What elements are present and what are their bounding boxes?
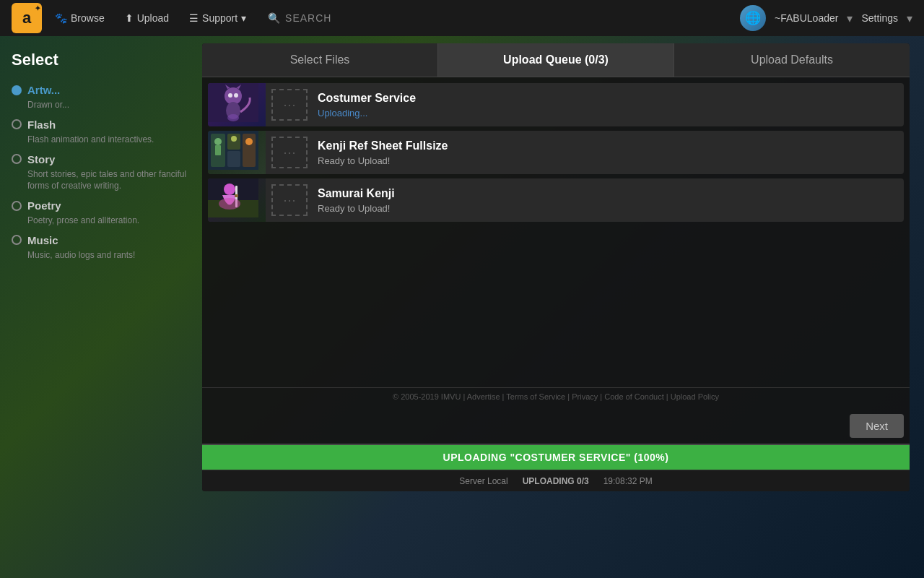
status-uploading-count: UPLOADING 0/3: [523, 476, 589, 486]
footer-links-area: © 2005-2019 IMVU | Advertise | Terms of …: [202, 387, 910, 408]
browse-label: Browse: [71, 12, 105, 24]
queue-thumb-2: [208, 131, 266, 174]
option-flash-label: Flash: [27, 118, 56, 131]
thumb-placeholder-2: ⋯: [271, 137, 308, 168]
support-dropdown-icon: ▾: [241, 12, 246, 24]
svg-point-22: [219, 198, 240, 210]
queue-item-1: ⋯ Costumer Service Uploading...: [208, 83, 904, 126]
option-story-desc: Short stories, epic tales and other fanc…: [12, 168, 191, 193]
queue-status-3: Ready to Upload!: [318, 203, 894, 214]
navbar: a 🐾 Browse ⬆ Upload ☰ Support ▾ 🔍 SEARCH…: [0, 0, 924, 36]
progress-bar: UPLOADING "COSTUMER SERVICE" (100%): [202, 445, 910, 470]
settings-label[interactable]: Settings: [861, 12, 898, 24]
svg-point-7: [227, 114, 239, 121]
queue-info-1: Costumer Service Uploading...: [308, 85, 904, 126]
upload-nav[interactable]: ⬆ Upload: [118, 8, 176, 28]
sidebar-option-artwork[interactable]: Artw... Drawn or...: [12, 84, 191, 111]
svg-point-16: [245, 138, 253, 145]
option-music-desc: Music, audio logs and rants!: [12, 249, 191, 262]
avatar[interactable]: 🌐: [740, 5, 766, 31]
svg-point-19: [224, 184, 235, 195]
upload-container: Select Files Upload Queue (0/3) Upload D…: [202, 43, 910, 491]
queue-status-2: Ready to Upload!: [318, 155, 894, 166]
option-flash-desc: Flash animation and interactives.: [12, 134, 191, 146]
queue-status-1: Uploading...: [318, 108, 894, 118]
svg-point-5: [234, 93, 238, 98]
thumb-placeholder-3: ⋯: [271, 184, 308, 216]
svg-point-15: [231, 136, 237, 142]
option-music-label: Music: [27, 234, 58, 246]
next-button[interactable]: Next: [850, 414, 904, 438]
nav-right: 🌐 ~FABULoader ▾ Settings ▾: [740, 5, 912, 31]
queue-title-3: Samurai Kenji: [318, 187, 894, 200]
search-label: SEARCH: [285, 12, 331, 24]
radio-poetry[interactable]: [12, 201, 22, 211]
queue-thumb-1: [208, 83, 266, 126]
queue-info-3: Samurai Kenji Ready to Upload!: [308, 180, 904, 221]
option-artwork-desc: Drawn or...: [12, 99, 191, 111]
svg-rect-14: [215, 145, 221, 155]
support-nav[interactable]: ☰ Support ▾: [182, 8, 253, 28]
main-panel: Select Files Upload Queue (0/3) Upload D…: [202, 36, 924, 578]
option-artwork-label: Artw...: [27, 84, 60, 96]
svg-point-4: [228, 93, 232, 98]
radio-music[interactable]: [12, 235, 22, 245]
support-icon: ☰: [189, 12, 199, 24]
svg-rect-21: [235, 194, 238, 197]
queue-thumb-3: [208, 178, 266, 222]
status-server-text: Server Local: [459, 476, 507, 486]
radio-story[interactable]: [12, 154, 22, 164]
sidebar-option-story[interactable]: Story Short stories, epic tales and othe…: [12, 153, 191, 193]
username-label[interactable]: ~FABULoader: [775, 12, 838, 24]
username-dropdown-icon: ▾: [847, 12, 853, 25]
sidebar-option-flash[interactable]: Flash Flash animation and interactives.: [12, 118, 191, 146]
sidebar-title: Select: [12, 51, 191, 69]
content-area: Select Artw... Drawn or... Flash Flash a…: [0, 36, 924, 578]
sidebar-option-poetry[interactable]: Poetry Poetry, prose and alliteration.: [12, 199, 191, 227]
footer-links: © 2005-2019 IMVU | Advertise | Terms of …: [208, 392, 904, 401]
queue-title-1: Costumer Service: [318, 92, 894, 105]
status-time: 19:08:32 PM: [603, 476, 653, 486]
upload-icon: ⬆: [125, 12, 134, 24]
sidebar-option-music[interactable]: Music Music, audio logs and rants!: [12, 234, 191, 262]
queue-title-2: Kenji Ref Sheet Fullsize: [318, 139, 894, 152]
support-label: Support: [202, 12, 237, 24]
browse-nav[interactable]: 🐾 Browse: [48, 8, 112, 28]
tabs: Select Files Upload Queue (0/3) Upload D…: [202, 43, 910, 77]
settings-dropdown-icon: ▾: [907, 12, 912, 25]
queue-info-2: Kenji Ref Sheet Fullsize Ready to Upload…: [308, 132, 904, 173]
tab-upload-queue[interactable]: Upload Queue (0/3): [438, 43, 674, 77]
search-nav[interactable]: 🔍 SEARCH: [259, 8, 340, 28]
app-logo[interactable]: a: [12, 3, 42, 33]
tab-select-files[interactable]: Select Files: [202, 43, 438, 77]
radio-artwork[interactable]: [12, 85, 22, 95]
option-poetry-desc: Poetry, prose and alliteration.: [12, 215, 191, 227]
thumb-placeholder-1: ⋯: [271, 89, 308, 121]
option-poetry-label: Poetry: [27, 199, 61, 212]
queue-item-2: ⋯ Kenji Ref Sheet Fullsize Ready to Uplo…: [208, 131, 904, 174]
queue-item-3: ⋯ Samurai Kenji Ready to Upload!: [208, 178, 904, 222]
svg-rect-11: [227, 151, 240, 167]
upload-label: Upload: [137, 12, 169, 24]
status-bar: Limit bot activity to periods with less …: [202, 470, 910, 491]
sidebar: Select Artw... Drawn or... Flash Flash a…: [0, 36, 202, 578]
paw-icon: 🐾: [55, 12, 67, 24]
option-story-label: Story: [27, 153, 55, 165]
next-btn-area: Next: [202, 408, 910, 444]
radio-flash[interactable]: [12, 119, 22, 129]
search-icon: 🔍: [268, 12, 281, 24]
progress-bar-area: UPLOADING "COSTUMER SERVICE" (100%): [202, 444, 910, 470]
svg-point-13: [214, 138, 222, 145]
queue-list: ⋯ Costumer Service Uploading...: [202, 77, 910, 387]
tab-upload-defaults[interactable]: Upload Defaults: [674, 43, 910, 77]
